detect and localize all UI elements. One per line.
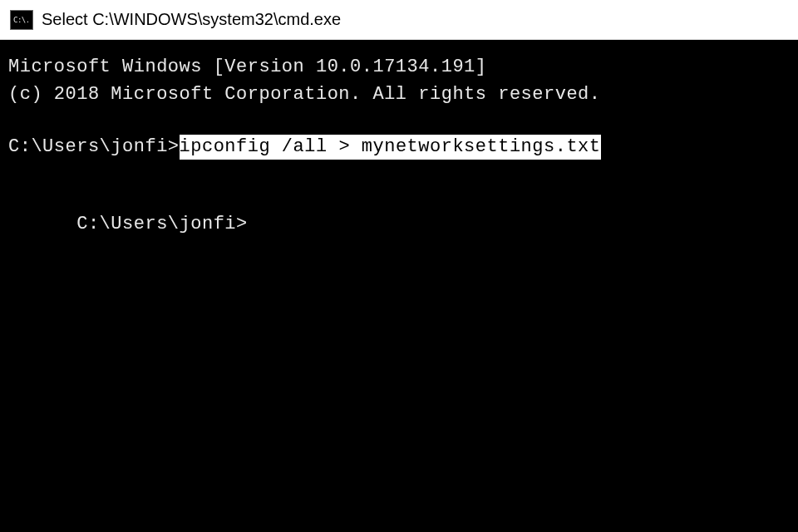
cmd-icon: C:\.	[10, 10, 33, 30]
cmd-icon-text: C:\.	[13, 16, 30, 24]
window-title: Select C:\WINDOWS\system32\cmd.exe	[42, 10, 341, 29]
copyright-line: (c) 2018 Microsoft Corporation. All righ…	[8, 82, 790, 108]
terminal-output[interactable]: Microsoft Windows [Version 10.0.17134.19…	[0, 40, 798, 532]
selected-command: ipconfig /all > mynetworksettings.txt	[180, 135, 601, 160]
title-bar[interactable]: C:\. Select C:\WINDOWS\system32\cmd.exe	[0, 0, 798, 40]
prompt-1: C:\Users\jonfi>	[8, 135, 180, 160]
command-line-2: C:\Users\jonfi>	[8, 186, 790, 263]
prompt-2: C:\Users\jonfi>	[76, 214, 248, 234]
blank-line	[8, 161, 790, 186]
blank-line	[8, 110, 790, 135]
cmd-window: C:\. Select C:\WINDOWS\system32\cmd.exe …	[0, 0, 798, 532]
command-line-1: C:\Users\jonfi>ipconfig /all > mynetwork…	[8, 135, 790, 160]
version-line: Microsoft Windows [Version 10.0.17134.19…	[8, 55, 790, 81]
